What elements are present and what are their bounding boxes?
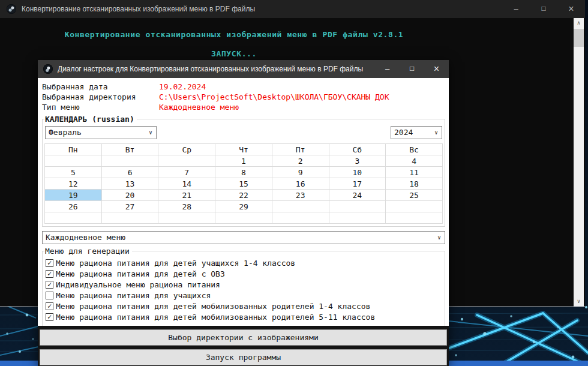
close-icon[interactable]: ×: [557, 0, 585, 18]
year-select-value: 2024: [394, 128, 413, 137]
calendar-day[interactable]: 6: [101, 167, 158, 178]
calendar-day-empty: [215, 212, 272, 224]
calendar-day-selected[interactable]: 19: [45, 190, 102, 201]
menu-checkbox-label: Меню рациона питания для детей с ОВЗ: [56, 269, 225, 278]
calendar-day[interactable]: 1: [215, 155, 272, 167]
calendar-day[interactable]: 13: [101, 178, 158, 190]
dialog-minimize-icon[interactable]: –: [375, 60, 400, 78]
generation-group: Меню для генерации ✓Меню рациона питания…: [42, 247, 445, 329]
generation-group-label: Меню для генерации: [44, 247, 132, 256]
dialog-close-icon[interactable]: ×: [424, 60, 449, 78]
menu-checkbox-list: ✓Меню рациона питания для детей учащихся…: [44, 257, 443, 326]
dialog-footer: Выбор директории с изображениями Запуск …: [38, 326, 449, 366]
scroll-down-icon[interactable]: ∨: [574, 296, 584, 307]
calendar-weekday: Ср: [158, 144, 215, 155]
menu-type-select[interactable]: Каждодневное меню ∨: [42, 231, 445, 244]
calendar-day[interactable]: 24: [329, 190, 386, 201]
calendar-day-empty: [158, 212, 215, 224]
calendar-weekday: Вт: [101, 144, 158, 155]
menu-checkbox-item[interactable]: ✓Меню рациона питания для детей учащихся…: [46, 258, 443, 268]
menu-checkbox-label: Меню рациона питания для детей мобилизов…: [56, 302, 370, 311]
checkbox-unchecked-icon[interactable]: [46, 292, 53, 299]
calendar-day[interactable]: 15: [215, 178, 272, 190]
info-value: C:\Users\ProjectSoft\Desktop\ШКОЛА\ГБОУ\…: [159, 92, 389, 102]
info-value: Каждодневное меню: [159, 102, 239, 112]
scrollbar-thumb[interactable]: [574, 29, 584, 47]
calendar-day[interactable]: 17: [329, 178, 386, 190]
calendar-week-row: [45, 212, 443, 224]
calendar-day[interactable]: 27: [101, 201, 158, 212]
checkbox-checked-icon[interactable]: ✓: [46, 302, 53, 310]
calendar-day[interactable]: 4: [386, 155, 443, 167]
calendar-week-row: 26272829: [45, 201, 443, 212]
calendar-day[interactable]: 25: [386, 190, 443, 201]
calendar-day[interactable]: 8: [215, 167, 272, 178]
calendar-day[interactable]: 16: [272, 178, 329, 190]
dialog-maximize-icon[interactable]: □: [400, 60, 424, 78]
calendar-day[interactable]: 23: [272, 190, 329, 201]
calendar-day[interactable]: 29: [215, 201, 272, 212]
info-row: Тип менюКаждодневное меню: [42, 102, 445, 112]
calendar-weekday: Чт: [215, 144, 272, 155]
menu-checkbox-item[interactable]: ✓Меню рациона питания для детей мобилизо…: [46, 312, 443, 322]
calendar-day[interactable]: 21: [158, 190, 215, 201]
calendar-day[interactable]: 7: [158, 167, 215, 178]
year-select[interactable]: 2024 ∨: [391, 126, 442, 139]
calendar-day[interactable]: 9: [272, 167, 329, 178]
calendar-day[interactable]: 3: [329, 155, 386, 167]
settings-dialog: Диалог настроек для Конвертирования отск…: [38, 60, 449, 366]
dialog-titlebar[interactable]: Диалог настроек для Конвертирования отск…: [38, 60, 449, 78]
choose-directory-button[interactable]: Выбор директории с изображениями: [40, 329, 447, 346]
info-label: Выбранная директория: [42, 92, 159, 102]
menu-checkbox-item[interactable]: ✓Индивидуальное меню рациона питания: [46, 280, 443, 290]
calendar-day-empty: [45, 155, 102, 167]
month-select[interactable]: Февраль ∨: [45, 126, 157, 139]
app-title: Конвертирование отсканированных изображе…: [22, 5, 502, 13]
calendar-weekday-row: ПнВтСрЧтПтСбВс: [45, 144, 443, 155]
calendar-weekday: Вс: [386, 144, 443, 155]
calendar-day[interactable]: 14: [158, 178, 215, 190]
calendar-group-label: КАЛЕНДАРЬ (russian): [44, 115, 137, 124]
scroll-up-icon[interactable]: ∧: [574, 18, 584, 28]
maximize-icon[interactable]: □: [530, 0, 557, 18]
menu-checkbox-item[interactable]: Меню рациона питания для учащихся: [46, 290, 443, 301]
calendar-day[interactable]: 5: [45, 167, 102, 178]
calendar-weekday: Сб: [329, 144, 386, 155]
app-titlebar[interactable]: Конвертирование отсканированных изображе…: [0, 0, 585, 18]
chevron-down-icon: ∨: [434, 127, 438, 139]
menu-checkbox-label: Меню рациона питания для детей мобилизов…: [56, 313, 375, 322]
calendar-day-empty: [386, 212, 443, 224]
calendar-day[interactable]: 20: [101, 190, 158, 201]
calendar-week-row: 12131415161718: [45, 178, 443, 190]
calendar-day[interactable]: 18: [386, 178, 443, 190]
scrollbar[interactable]: ∧ ∨: [574, 18, 584, 307]
calendar-day[interactable]: 11: [386, 167, 443, 178]
calendar-day[interactable]: 28: [158, 201, 215, 212]
calendar-day-empty: [329, 212, 386, 224]
checkbox-checked-icon[interactable]: ✓: [46, 281, 53, 289]
calendar-day[interactable]: 22: [215, 190, 272, 201]
run-program-button[interactable]: Запуск программы: [40, 349, 447, 365]
menu-checkbox-label: Меню рациона питания для учащихся: [56, 291, 211, 300]
calendar-day-empty: [272, 201, 329, 212]
calendar-day[interactable]: 2: [272, 155, 329, 167]
info-value: 19.02.2024: [159, 82, 206, 92]
menu-checkbox-item[interactable]: ✓Меню рациона питания для детей с ОВЗ: [46, 269, 443, 279]
checkbox-checked-icon[interactable]: ✓: [46, 270, 53, 278]
calendar-weekday: Пн: [45, 144, 102, 155]
calendar-day-empty: [329, 201, 386, 212]
calendar-day[interactable]: 10: [329, 167, 386, 178]
chevron-down-icon: ∨: [437, 232, 441, 244]
calendar-day-empty: [101, 155, 158, 167]
menu-checkbox-item[interactable]: ✓Меню рациона питания для детей мобилизо…: [46, 301, 443, 311]
minimize-icon[interactable]: –: [502, 0, 530, 18]
info-label: Выбранная дата: [42, 82, 159, 92]
checkbox-checked-icon[interactable]: ✓: [46, 313, 53, 321]
calendar-day[interactable]: 12: [45, 178, 102, 190]
info-label: Тип меню: [42, 102, 159, 112]
calendar-day[interactable]: 26: [45, 201, 102, 212]
checkbox-checked-icon[interactable]: ✓: [46, 259, 53, 267]
dialog-title: Диалог настроек для Конвертирования отск…: [58, 65, 375, 73]
calendar-day-empty: [101, 212, 158, 224]
info-row: Выбранная дата19.02.2024: [42, 82, 445, 92]
